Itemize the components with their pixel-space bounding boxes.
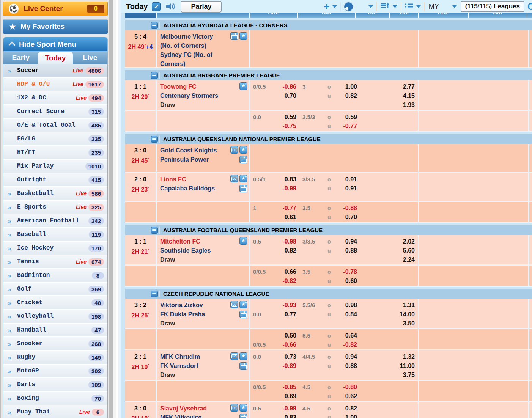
sidebar-item-golf[interactable]: »Golf369 [3, 283, 107, 296]
select-all-checkbox[interactable]: ✓ [152, 2, 161, 11]
tab-live[interactable]: Live [73, 51, 107, 64]
tab-early[interactable]: Early [3, 51, 38, 64]
live-center-icon[interactable]: LC [230, 301, 238, 308]
collapse-icon[interactable] [151, 227, 158, 234]
over-odds[interactable]: 0.82 [335, 404, 357, 413]
sidebar-item-motogp[interactable]: »MotoGP202 [3, 365, 107, 378]
over-odds[interactable]: -0.78 [335, 267, 357, 277]
x12-odds[interactable]: 2.24 [403, 255, 415, 264]
sidebar-item-o-e-total-goal[interactable]: O/E & Total Goal485 [3, 119, 107, 132]
sidebar-item-fg-lg[interactable]: FG/LG235 [3, 132, 107, 146]
over-odds[interactable]: 0.91 [335, 175, 357, 184]
add-favorite-icon[interactable]: ★+ [239, 146, 247, 154]
x12-odds[interactable]: 1.32 [403, 352, 415, 361]
sidebar-item-baseball[interactable]: »Baseball119 [3, 228, 107, 242]
tv-icon[interactable] [239, 414, 247, 418]
tv-icon[interactable] [239, 362, 247, 370]
over-odds[interactable]: 0.98 [335, 301, 357, 310]
my-favorites-button[interactable]: ★ My Favorites [3, 19, 108, 34]
sort-dropdown-icon[interactable] [393, 5, 397, 8]
sidebar-item-soccer[interactable]: »SoccerLive4806 [3, 64, 107, 78]
live-center-icon[interactable]: LC [230, 352, 238, 360]
view-list-icon[interactable] [405, 3, 414, 10]
tv-icon[interactable] [239, 156, 247, 163]
sidebar-item-e-sports[interactable]: »E-SportsLive325 [3, 201, 107, 214]
under-odds[interactable]: 0.91 [335, 184, 357, 193]
x12-odds[interactable]: 11.00 [400, 361, 415, 371]
parlay-button[interactable]: Parlay [181, 1, 222, 13]
hdp-odds[interactable]: -0.77 [272, 204, 296, 213]
tv-icon[interactable] [230, 32, 238, 40]
under-odds[interactable]: -0.77 [335, 122, 357, 131]
hdp-odds[interactable]: 0.61 [272, 213, 296, 222]
x12-odds[interactable]: 2.77 [403, 82, 415, 91]
sidebar-item-basketball[interactable]: »BasketballLive586 [3, 187, 107, 201]
hdp-odds[interactable]: -0.98 [272, 237, 296, 246]
hdp-odds[interactable]: 0.69 [272, 392, 296, 401]
hdp-odds[interactable]: 0.83 [272, 175, 296, 184]
x12-odds[interactable]: 5.60 [403, 246, 415, 255]
add-favorite-icon[interactable]: ★+ [239, 352, 247, 360]
hdp-odds[interactable]: 0.59 [272, 113, 296, 122]
over-odds[interactable]: -0.88 [335, 204, 357, 213]
under-odds[interactable]: 0.82 [335, 91, 357, 101]
x12-odds[interactable]: 1.93 [403, 101, 415, 110]
hdp-odds[interactable]: -0.82 [272, 277, 296, 286]
collapse-icon[interactable] [151, 291, 158, 297]
sidebar-item-handball[interactable]: »Handball47 [3, 324, 107, 337]
over-odds[interactable]: 0.94 [335, 237, 357, 246]
live-center-icon[interactable]: LC [230, 146, 238, 154]
sidebar-item-tennis[interactable]: »TennisLive674 [3, 255, 107, 269]
hdp-odds[interactable]: -0.99 [272, 404, 296, 413]
under-odds[interactable]: 0.60 [335, 277, 357, 286]
sidebar-item-boxing[interactable]: »Boxing70 [3, 392, 107, 405]
sidebar-item-volleyball[interactable]: »Volleyball198 [3, 310, 107, 324]
under-odds[interactable]: -0.82 [335, 340, 357, 349]
odds-format-value[interactable]: MY [429, 3, 439, 11]
sidebar-item-correct-score[interactable]: Correct Score315 [3, 105, 107, 119]
sidebar-item-hdp-o-u[interactable]: HDP & O/ULive1617 [3, 78, 107, 91]
refresh-icon[interactable]: C [527, 1, 532, 12]
collapse-icon[interactable] [151, 22, 158, 29]
under-odds[interactable]: 0.84 [335, 310, 357, 319]
add-favorite-icon[interactable]: ★+ [239, 404, 247, 412]
under-odds[interactable]: 0.88 [335, 246, 357, 255]
over-odds[interactable]: -0.80 [335, 383, 357, 392]
hide-sport-menu-button[interactable]: Hide Sport Menu [3, 37, 107, 51]
under-odds[interactable]: 1.00 [335, 413, 357, 418]
hdp-odds[interactable]: -0.85 [272, 383, 296, 392]
collapse-icon[interactable] [151, 72, 158, 79]
hdp-odds[interactable]: -0.86 [272, 82, 296, 91]
hdp-odds[interactable]: -0.93 [272, 301, 296, 310]
hdp-odds[interactable]: 0.50 [272, 331, 296, 340]
x12-odds[interactable]: 3.75 [403, 371, 415, 380]
sidebar-item-cricket[interactable]: »Cricket48 [3, 296, 107, 310]
sidebar-item-mix-parlay[interactable]: Mix Parlay1010 [3, 160, 107, 173]
x12-odds[interactable]: 4.15 [403, 91, 415, 101]
under-odds[interactable]: 0.62 [335, 392, 357, 401]
add-favorite-icon[interactable]: ★+ [239, 175, 247, 182]
hdp-odds[interactable]: -0.75 [272, 122, 296, 131]
add-dropdown-icon[interactable] [332, 5, 337, 8]
sidebar-item-darts[interactable]: »Darts109 [3, 378, 107, 392]
hdp-odds[interactable]: 0.83 [272, 413, 296, 418]
add-favorite-icon[interactable]: ★+ [239, 237, 247, 245]
sidebar-item-ice-hockey[interactable]: »Ice Hockey170 [3, 242, 107, 255]
sidebar-item-american-football[interactable]: »American Football242 [3, 214, 107, 228]
hdp-odds[interactable]: -0.66 [272, 340, 296, 349]
under-odds[interactable]: 0.70 [335, 213, 357, 222]
sidebar-item-outright[interactable]: Outright415 [3, 173, 107, 187]
collapse-icon[interactable] [151, 136, 158, 143]
tab-today[interactable]: Today [38, 52, 72, 64]
hdp-odds[interactable]: -0.99 [272, 184, 296, 193]
clock-icon[interactable] [344, 2, 353, 11]
leagues-filter-button[interactable]: (115/115) Leagues [461, 1, 524, 12]
sidebar-item-muay-thai[interactable]: »Muay ThaiLive6 [3, 405, 107, 418]
sidebar-item-snooker[interactable]: »Snooker268 [3, 337, 107, 351]
odds-format-dropdown-icon[interactable] [452, 5, 457, 8]
under-odds[interactable]: 0.88 [335, 361, 357, 371]
over-odds[interactable]: 1.00 [335, 82, 357, 91]
add-favorite-icon[interactable]: ★+ [239, 32, 247, 40]
live-center-icon[interactable]: LC [230, 175, 238, 182]
live-center-bar[interactable]: ⚽ Live Center 0 [3, 2, 108, 16]
